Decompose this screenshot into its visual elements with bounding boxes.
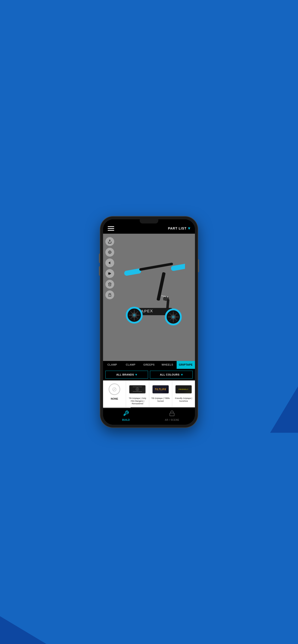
svg-point-35 — [172, 316, 175, 318]
svg-text:APEX: APEX — [141, 309, 153, 314]
scroll-bar-progress — [103, 407, 131, 408]
product-none-label: NONE — [111, 397, 118, 400]
svg-rect-37 — [170, 413, 174, 416]
product-tilt-bangers-label: Tilt Griptape | Only Film Bangers | Rema… — [128, 397, 147, 405]
part-list-chevron: ▾ — [188, 226, 190, 231]
build-label: BUILD — [122, 419, 130, 421]
brands-filter-button[interactable]: ALL BRANDS ▾ — [105, 371, 148, 378]
colours-chevron-icon: ▾ — [181, 373, 183, 376]
lock-icon — [169, 410, 175, 418]
scale-button[interactable] — [105, 290, 114, 299]
app-screen: PART LIST ▾ — [103, 219, 195, 425]
target-button[interactable] — [105, 248, 114, 257]
brands-filter-label: ALL BRANDS — [116, 373, 134, 376]
build-icon — [123, 410, 129, 418]
product-card-none[interactable]: ⊘ NONE — [103, 380, 126, 407]
svg-rect-11 — [124, 268, 142, 276]
product-grid: ⊘ NONE — [103, 380, 195, 407]
tiltlife-thumbnail: TILTLIFE — [152, 385, 169, 394]
volume-up-button — [99, 254, 100, 263]
notch — [140, 219, 158, 224]
none-icon: ⊘ — [109, 384, 120, 395]
phone-screen: PART LIST ▾ — [103, 219, 195, 425]
svg-point-1 — [109, 252, 111, 253]
svg-point-9 — [109, 293, 111, 295]
svg-marker-6 — [108, 262, 110, 264]
power-button — [198, 260, 199, 272]
tab-griptape[interactable]: GRIPTAPE — [177, 361, 195, 369]
product-card-tilt-bangers[interactable]: Tilt Griptape | Only Film Bangers | Rema… — [126, 380, 149, 407]
part-list-label: PART LIST — [168, 226, 187, 230]
colours-filter-button[interactable]: ALL COLOURS ▾ — [150, 371, 193, 378]
part-tabs: CLAMP CLAMP GREEPS WHEELS GRIPTAPE — [103, 361, 195, 369]
nav-ar-scene[interactable]: AR / SCENE — [149, 410, 195, 421]
ar-scene-label: AR / SCENE — [165, 419, 179, 421]
svg-point-0 — [108, 251, 111, 254]
tab-wheels[interactable]: WHEELS — [158, 361, 177, 369]
tab-clamp-2[interactable]: CLAMP — [121, 361, 140, 369]
svg-marker-8 — [108, 272, 110, 275]
product-tilt-bangers-image — [129, 383, 146, 396]
tilt-bangers-thumbnail — [129, 385, 146, 394]
volume-down-button — [99, 266, 100, 276]
brands-chevron-icon: ▾ — [135, 373, 137, 376]
scooter-illustration: APEX TYPE R — [103, 234, 195, 361]
colours-filter-label: ALL COLOURS — [160, 373, 180, 376]
scroll-bar — [103, 407, 195, 408]
product-tiltlife-image: TILTLIFE — [152, 383, 169, 396]
product-card-tiltlife-sunset[interactable]: TILTLIFE Tilt Griptape | Tiltlife Sunset — [149, 380, 172, 407]
product-tiltlife-label: Tilt Griptape | Tiltlife Sunset — [151, 397, 170, 402]
phone-frame: PART LIST ▾ — [100, 216, 198, 428]
svg-point-34 — [133, 314, 136, 317]
redo-button[interactable] — [105, 269, 114, 278]
product-card-friendly-sunshine[interactable]: FRIENDLY Friendly Griptape | Sunshine — [172, 380, 195, 407]
part-list-button[interactable]: PART LIST ▾ — [168, 226, 190, 231]
filter-row: ALL BRANDS ▾ ALL COLOURS ▾ — [103, 369, 195, 380]
delete-button[interactable] — [105, 280, 114, 288]
product-friendly-label: Friendly Griptape | Sunshine — [174, 397, 193, 402]
tab-greeps[interactable]: GREEPS — [140, 361, 158, 369]
tab-clamp-1[interactable]: CLAMP — [103, 361, 121, 369]
nav-build[interactable]: BUILD — [103, 410, 149, 421]
product-friendly-image: FRIENDLY — [175, 383, 192, 396]
product-none-image: ⊘ — [106, 383, 123, 396]
left-toolbar — [105, 237, 114, 299]
svg-rect-13 — [139, 263, 173, 271]
share-button[interactable] — [105, 237, 114, 246]
scooter-viewer[interactable]: APEX TYPE R — [103, 234, 195, 361]
friendly-thumbnail: FRIENDLY — [175, 385, 192, 394]
undo-button[interactable] — [105, 258, 114, 267]
hamburger-menu-button[interactable] — [108, 226, 114, 231]
bottom-navigation: BUILD AR / SCENE — [103, 408, 195, 425]
